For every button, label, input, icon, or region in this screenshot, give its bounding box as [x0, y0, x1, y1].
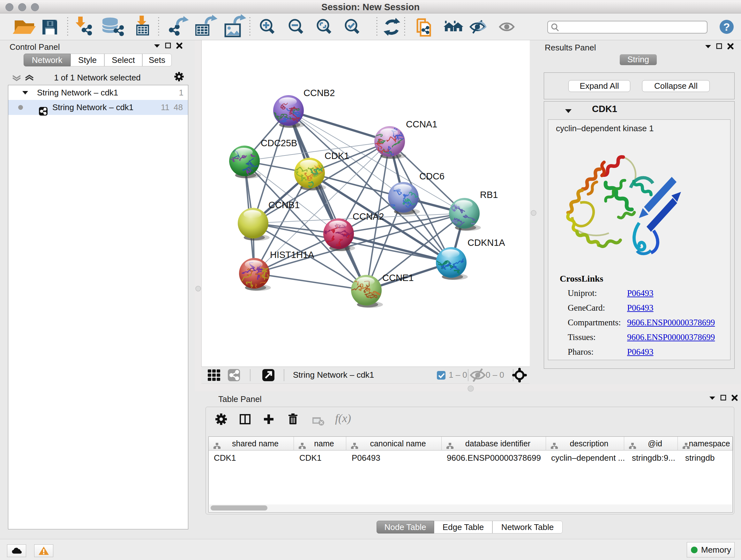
svg-text:CDC6: CDC6 [419, 171, 445, 181]
svg-text:CCNB1: CCNB1 [268, 200, 300, 210]
svg-text:RB1: RB1 [480, 190, 498, 200]
svg-text:CCNB2: CCNB2 [304, 88, 335, 98]
svg-text:HIST1H1A: HIST1H1A [270, 250, 314, 260]
svg-text:?: ? [724, 21, 730, 33]
svg-text:CCNA1: CCNA1 [406, 119, 437, 129]
svg-text:CDC25B: CDC25B [261, 138, 297, 148]
svg-text:CDKN1A: CDKN1A [468, 238, 505, 248]
svg-text:CCNA2: CCNA2 [353, 211, 384, 222]
svg-text:CDK1: CDK1 [325, 151, 349, 161]
svg-text:CCNE1: CCNE1 [382, 273, 414, 283]
